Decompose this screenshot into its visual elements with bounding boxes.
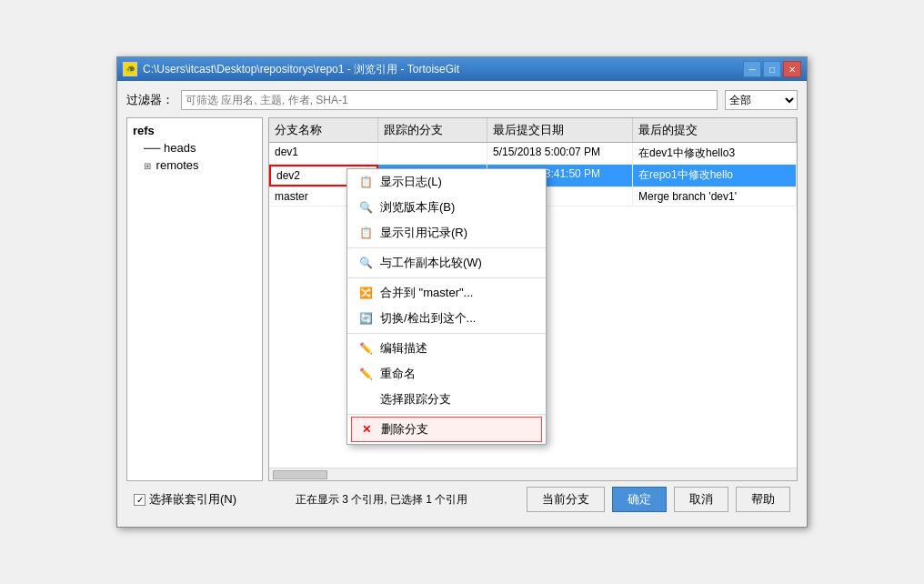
filter-select[interactable]: 全部 分支 标签 <box>725 90 798 110</box>
context-rename-label: 重命名 <box>380 366 416 382</box>
menu-separator-3 <box>347 333 546 334</box>
titlebar: 🐢 C:\Users\itcast\Desktop\repositorys\re… <box>117 57 807 81</box>
help-button[interactable]: 帮助 <box>736 487 790 512</box>
scrollbar-thumb[interactable] <box>273 470 327 479</box>
cell-branch: dev1 <box>269 143 378 164</box>
header-tracking: 跟踪的分支 <box>378 118 487 142</box>
cell-commit: 在dev1中修改hello3 <box>633 143 797 164</box>
context-compare-wc-label: 与工作副本比较(W) <box>380 255 482 271</box>
minimize-button[interactable]: ─ <box>743 61 761 77</box>
context-select-tracking-label: 选择跟踪分支 <box>380 391 451 408</box>
switch-icon: 🔄 <box>358 311 373 326</box>
cell-date: 5/15/2018 5:00:07 PM <box>487 143 633 164</box>
cancel-button[interactable]: 取消 <box>674 487 728 512</box>
filter-label: 过滤器： <box>126 92 174 108</box>
status-text: 正在显示 3 个引用, 已选择 1 个引用 <box>244 492 519 508</box>
window-title: C:\Users\itcast\Desktop\repositorys\repo… <box>143 62 459 77</box>
tree-item-refs[interactable]: refs <box>127 122 262 139</box>
checkbox-label: 选择嵌套引用(N) <box>149 491 236 508</box>
checkbox-area: ✓ 选择嵌套引用(N) <box>134 491 236 508</box>
header-branch: 分支名称 <box>269 118 378 142</box>
close-button[interactable]: ✕ <box>783 61 801 77</box>
bottom-bar: ✓ 选择嵌套引用(N) 正在显示 3 个引用, 已选择 1 个引用 当前分支 确… <box>126 481 798 518</box>
context-show-reflog-label: 显示引用记录(R) <box>380 225 467 241</box>
menu-separator-2 <box>347 277 546 278</box>
context-delete-label: 删除分支 <box>381 421 428 438</box>
tree-item-remotes[interactable]: ⊞ remotes <box>127 156 262 174</box>
merge-icon: 🔀 <box>358 286 373 300</box>
context-show-log[interactable]: 📋 显示日志(L) <box>347 169 546 195</box>
dialog-content: 过滤器： 全部 分支 标签 refs ── heads ⊞ remotes 分支… <box>117 81 807 527</box>
log-icon: 📋 <box>358 175 373 189</box>
tree-item-heads[interactable]: ── heads <box>127 139 262 156</box>
menu-separator-4 <box>347 414 546 415</box>
context-edit-desc[interactable]: ✏️ 编辑描述 <box>347 336 546 361</box>
context-rename[interactable]: ✏️ 重命名 <box>347 361 546 387</box>
header-commit: 最后的提交 <box>633 118 797 142</box>
edit-desc-icon: ✏️ <box>358 341 373 356</box>
tree-panel: refs ── heads ⊞ remotes <box>126 117 263 481</box>
context-delete[interactable]: ✕ 删除分支 <box>351 417 542 442</box>
expand-icon: ⊞ <box>144 161 151 171</box>
menu-separator-1 <box>347 247 546 248</box>
context-edit-desc-label: 编辑描述 <box>380 340 427 357</box>
context-show-reflog[interactable]: 📋 显示引用记录(R) <box>347 220 546 246</box>
nested-refs-checkbox[interactable]: ✓ <box>134 494 146 506</box>
titlebar-left: 🐢 C:\Users\itcast\Desktop\repositorys\re… <box>123 62 459 77</box>
current-branch-button[interactable]: 当前分支 <box>527 487 605 512</box>
tracking-icon <box>358 392 373 407</box>
context-compare-wc[interactable]: 🔍 与工作副本比较(W) <box>347 250 546 276</box>
ok-button[interactable]: 确定 <box>612 487 667 512</box>
titlebar-buttons: ─ □ ✕ <box>743 61 801 77</box>
cell-commit: Merge branch 'dev1' <box>633 187 797 206</box>
compare-icon: 🔍 <box>358 256 373 270</box>
context-merge-label: 合并到 "master"... <box>380 285 473 301</box>
context-switch-label: 切换/检出到这个... <box>380 310 476 327</box>
context-menu: 📋 显示日志(L) 🔍 浏览版本库(B) 📋 显示引用记录(R) 🔍 <box>346 168 547 445</box>
table-panel: 分支名称 跟踪的分支 最后提交日期 最后的提交 dev1 5/15/2018 5… <box>268 117 798 481</box>
header-date: 最后提交日期 <box>487 118 633 142</box>
context-browse-repo-label: 浏览版本库(B) <box>380 199 455 216</box>
table-row[interactable]: dev1 5/15/2018 5:00:07 PM 在dev1中修改hello3 <box>269 143 797 165</box>
table-header: 分支名称 跟踪的分支 最后提交日期 最后的提交 <box>269 118 797 143</box>
app-icon: 🐢 <box>123 62 137 76</box>
maximize-button[interactable]: □ <box>763 61 781 77</box>
context-merge[interactable]: 🔀 合并到 "master"... <box>347 280 546 306</box>
main-window: 🐢 C:\Users\itcast\Desktop\repositorys\re… <box>116 56 808 528</box>
rename-icon: ✏️ <box>358 367 373 381</box>
cell-tracking <box>378 143 487 164</box>
context-show-log-label: 显示日志(L) <box>380 174 442 190</box>
browse-icon: 🔍 <box>358 200 373 215</box>
context-select-tracking[interactable]: 选择跟踪分支 <box>347 387 546 412</box>
filter-input[interactable] <box>181 90 718 110</box>
context-browse-repo[interactable]: 🔍 浏览版本库(B) <box>347 195 546 220</box>
filter-row: 过滤器： 全部 分支 标签 <box>126 90 798 110</box>
reflog-icon: 📋 <box>358 226 373 240</box>
context-switch[interactable]: 🔄 切换/检出到这个... <box>347 306 546 331</box>
delete-icon: ✕ <box>359 422 374 437</box>
horizontal-scrollbar[interactable] <box>269 468 797 480</box>
cell-commit: 在repo1中修改hello <box>633 165 797 186</box>
main-area: refs ── heads ⊞ remotes 分支名称 跟踪的分支 最后提交日… <box>126 117 798 481</box>
